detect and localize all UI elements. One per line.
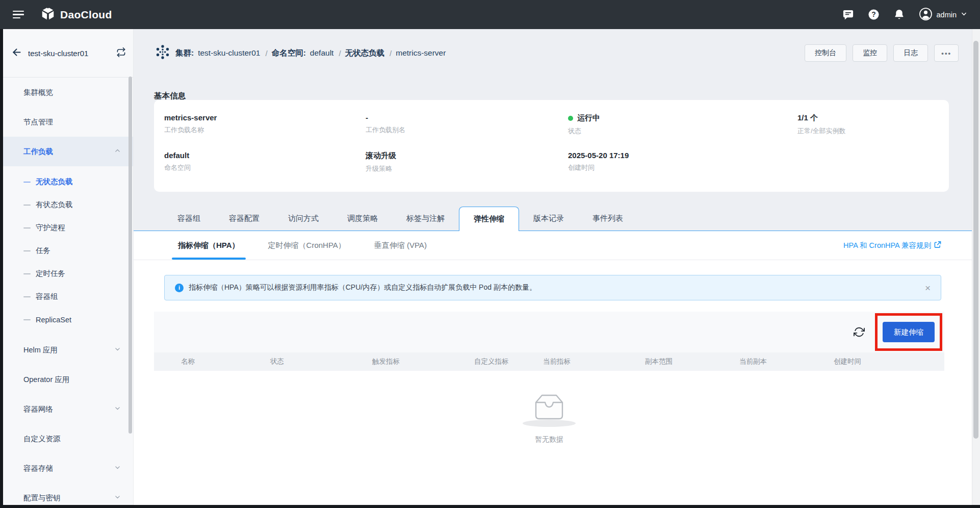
hpa-toolbar: 新建伸缩 — [154, 312, 944, 352]
col-trigger-metric: 触发指标 — [372, 357, 474, 366]
empty-inbox-icon — [519, 391, 579, 430]
sidebar-item-cluster-overview[interactable]: 集群概览 — [3, 78, 133, 107]
sidebar-scrollbar[interactable] — [128, 77, 132, 434]
tab-scheduling-policy[interactable]: 调度策略 — [333, 207, 392, 231]
logs-button[interactable]: 日志 — [893, 44, 928, 62]
sidebar-item-helm-apps[interactable]: Helm 应用 — [3, 335, 133, 365]
field-created-time: 2025-05-20 17:19 创建时间 — [568, 151, 797, 189]
hpa-info-banner: i 指标伸缩（HPA）策略可以根据资源利用率指标（CPU/内存）或自定义指标自动… — [164, 275, 941, 300]
console-button[interactable]: 控制台 — [805, 44, 846, 62]
field-instances: 1/1 个 正常/全部实例数 — [797, 113, 939, 151]
top-navbar: DaoCloud ? — [0, 0, 980, 29]
main-scrollbar-thumb[interactable] — [973, 41, 978, 439]
chevron-down-icon — [114, 494, 121, 502]
create-hpa-button[interactable]: 新建伸缩 — [883, 322, 935, 342]
sidebar-item-custom-resources[interactable]: 自定义资源 — [3, 424, 133, 453]
chevron-down-icon — [114, 464, 121, 472]
tab-labels-annotations[interactable]: 标签与注解 — [392, 207, 459, 231]
detail-tabs: 容器组 容器配置 访问方式 调度策略 标签与注解 弹性伸缩 版本记录 事件列表 — [134, 207, 972, 231]
daocloud-cube-icon — [40, 6, 56, 23]
tab-pods[interactable]: 容器组 — [163, 207, 215, 231]
sidebar-item-jobs[interactable]: 任务 — [3, 239, 133, 262]
tab-autoscaling[interactable]: 弹性伸缩 — [459, 207, 519, 231]
username: admin — [937, 11, 957, 19]
cluster-name: test-sku-cluster01 — [28, 49, 110, 58]
tab-event-list[interactable]: 事件列表 — [578, 207, 637, 231]
refresh-icon[interactable] — [853, 325, 866, 339]
help-icon[interactable]: ? — [868, 9, 880, 21]
sidebar-item-daemonsets[interactable]: 守护进程 — [3, 216, 133, 239]
avatar-icon — [919, 7, 933, 22]
subtab-hpa[interactable]: 指标伸缩（HPA） — [164, 231, 254, 260]
sidebar-item-replicaset[interactable]: ReplicaSet — [3, 308, 133, 331]
menu-toggle-icon[interactable] — [13, 11, 24, 19]
user-menu[interactable]: admin — [919, 7, 968, 22]
col-current-metric: 当前指标 — [543, 357, 645, 366]
sidebar-item-deployments[interactable]: 无状态负载 — [3, 170, 133, 193]
monitor-button[interactable]: 监控 — [853, 44, 887, 62]
switch-cluster-icon[interactable] — [116, 47, 126, 59]
breadcrumb-workload-name: metrics-server — [396, 48, 446, 58]
field-workload-name: metrics-server 工作负载名称 — [164, 113, 366, 151]
hpa-compatibility-rules-link[interactable]: HPA 和 CronHPA 兼容规则 — [843, 241, 941, 250]
sidebar-item-statefulsets[interactable]: 有状态负载 — [3, 193, 133, 216]
breadcrumb-cluster-label: 集群: — [175, 48, 194, 59]
breadcrumb-separator: / — [390, 49, 392, 58]
external-link-icon — [934, 241, 941, 250]
col-name: 名称 — [154, 357, 270, 366]
sidebar-item-cronjobs[interactable]: 定时任务 — [3, 262, 133, 285]
sidebar-item-config-secrets[interactable]: 配置与密钥 — [3, 483, 133, 508]
field-upgrade-strategy: 滚动升级 升级策略 — [366, 151, 568, 189]
col-status: 状态 — [270, 357, 372, 366]
field-workload-alias: - 工作负载别名 — [366, 113, 568, 151]
breadcrumb-separator: / — [266, 49, 268, 58]
breadcrumb-separator: / — [339, 49, 341, 58]
sidebar-item-pods[interactable]: 容器组 — [3, 285, 133, 308]
user-chevron-down-icon — [961, 11, 967, 19]
chevron-down-icon — [114, 405, 121, 413]
sidebar-item-node-management[interactable]: 节点管理 — [3, 107, 133, 137]
sidebar-item-operator-apps[interactable]: Operator 应用 — [3, 365, 133, 394]
brand-logo[interactable]: DaoCloud — [40, 6, 112, 23]
col-custom-metric: 自定义指标 — [474, 357, 543, 366]
breadcrumb-workload-type[interactable]: 无状态负载 — [345, 48, 385, 59]
status-dot — [568, 116, 573, 121]
empty-state: 暂无数据 — [154, 391, 944, 444]
autoscaling-subtabs: 指标伸缩（HPA） 定时伸缩（CronHPA） 垂直伸缩 (VPA) HPA 和… — [134, 231, 972, 260]
cluster-sidebar: test-sku-cluster01 集群概览 节点管理 工作负载 无状态负载 … — [3, 29, 134, 505]
notifications-bell-icon[interactable] — [893, 9, 906, 21]
chevron-up-icon — [114, 147, 121, 156]
cluster-dots-icon — [154, 43, 171, 63]
field-namespace: default 命名空间 — [164, 151, 366, 189]
basic-info-card: metrics-server 工作负载名称 - 工作负载别名 运行中 状态 1/… — [154, 100, 949, 192]
info-icon: i — [175, 284, 184, 292]
tab-version-history[interactable]: 版本记录 — [519, 207, 578, 231]
back-arrow-icon[interactable] — [11, 47, 22, 60]
field-status: 运行中 状态 — [568, 113, 797, 151]
tab-access-methods[interactable]: 访问方式 — [274, 207, 333, 231]
sidebar-item-workloads[interactable]: 工作负载 — [3, 137, 133, 166]
col-current-replicas: 当前副本 — [739, 357, 834, 366]
subtab-cronhpa[interactable]: 定时伸缩（CronHPA） — [254, 231, 360, 260]
svg-text:?: ? — [871, 10, 875, 18]
breadcrumb-cluster-value[interactable]: test-sku-cluster01 — [198, 48, 260, 58]
feedback-chat-icon[interactable] — [842, 9, 855, 21]
brand-name: DaoCloud — [60, 9, 112, 21]
tab-container-config[interactable]: 容器配置 — [215, 207, 274, 231]
sidebar-item-container-storage[interactable]: 容器存储 — [3, 453, 133, 483]
sidebar-cluster-header: test-sku-cluster01 — [3, 29, 133, 78]
breadcrumb-namespace-value[interactable]: default — [310, 48, 334, 58]
banner-close-icon[interactable]: × — [925, 283, 931, 293]
subtab-vpa[interactable]: 垂直伸缩 (VPA) — [360, 231, 441, 260]
sidebar-item-container-network[interactable]: 容器网络 — [3, 394, 133, 424]
autoscaling-panel: 指标伸缩（HPA） 定时伸缩（CronHPA） 垂直伸缩 (VPA) HPA 和… — [134, 231, 972, 505]
hpa-table-header: 名称 状态 触发指标 自定义指标 当前指标 副本范围 当前副本 创建时间 — [154, 352, 944, 371]
breadcrumb-namespace-label: 命名空间: — [272, 48, 306, 59]
col-created-time: 创建时间 — [834, 357, 944, 366]
col-replica-range: 副本范围 — [645, 357, 739, 366]
hpa-banner-text: 指标伸缩（HPA）策略可以根据资源利用率指标（CPU/内存）或自定义指标自动扩展… — [189, 283, 536, 292]
chevron-down-icon — [114, 346, 121, 354]
more-actions-button[interactable]: ••• — [934, 44, 959, 62]
hpa-table-area: 新建伸缩 名称 状态 触发指标 自定义指标 当前指标 副本范围 当前副本 创建时… — [154, 312, 944, 505]
empty-text: 暂无数据 — [535, 435, 563, 444]
